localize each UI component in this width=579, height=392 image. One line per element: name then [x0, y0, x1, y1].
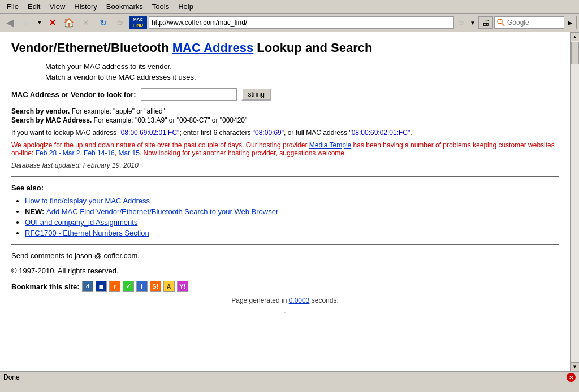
add-mac-find-link[interactable]: Add MAC Find Vendor/Ethernet/Bluetooth S… — [46, 207, 278, 216]
menu-bar: File Edit View History Bookmarks Tools H… — [0, 0, 579, 14]
menu-help[interactable]: Help — [174, 1, 198, 12]
apology-text: We apologize for the up and down nature … — [11, 141, 559, 157]
list-item: RFC1700 - Ethernet Numbers Section — [25, 229, 559, 237]
scroll-down-button[interactable]: ▼ — [571, 362, 580, 371]
divider-2 — [11, 244, 559, 245]
menu-edit[interactable]: Edit — [23, 1, 45, 12]
page-generated: Page generated in 0.0003 seconds. — [11, 297, 559, 304]
print-button[interactable]: 🖨 — [478, 16, 493, 29]
toolbar: ◀ ▶ ▼ ✕ 🏠 ✕ ↻ ☆ MAC FIND ☆ ▼ 🖨 ► — [0, 14, 579, 32]
bookmark-icon-aim[interactable]: A — [163, 281, 175, 292]
bookmark-icon-stumble[interactable]: S! — [150, 281, 161, 292]
mac-hint-bold: Search by MAC Address. — [11, 116, 92, 124]
list-item: OUI and company_id Assignments — [25, 218, 559, 227]
stop-x-button[interactable]: ✕ — [78, 15, 94, 30]
feb28-mar2-link[interactable]: Feb 28 - Mar 2 — [36, 149, 80, 157]
bookmark-icon-del[interactable]: d — [82, 281, 93, 292]
search-bar: ► — [494, 16, 577, 29]
mac-search-input[interactable] — [141, 88, 237, 101]
string-button[interactable]: string — [241, 88, 271, 101]
reload-button[interactable]: ↻ — [95, 15, 111, 30]
favorite-star-icon[interactable]: ☆ — [456, 18, 466, 27]
db-update: Database last updated: February 19, 2010 — [11, 162, 559, 169]
bookmark-section: Bookmark this site: d ■ r ✓ f S! A Y! — [11, 281, 559, 292]
vendor-hint: Search by vendor. For example: "apple" o… — [11, 107, 559, 115]
scrollbar-track[interactable] — [571, 41, 579, 362]
rfc1700-link[interactable]: RFC1700 - Ethernet Numbers Section — [25, 229, 149, 237]
apology-start: We apologize for the up and down nature … — [11, 141, 309, 149]
divider-1 — [11, 176, 559, 177]
menu-bookmarks[interactable]: Bookmarks — [102, 1, 148, 12]
bookmark-label: Bookmark this site: — [11, 282, 80, 291]
dot-marker: . — [11, 307, 559, 315]
oui-link[interactable]: OUI and company_id Assignments — [25, 218, 137, 227]
send-comments: Send comments to jason @ coffer.com. — [11, 251, 559, 260]
vendor-hint-text: For example: "apple" or "allied" — [70, 107, 165, 115]
new-badge: NEW: — [25, 207, 46, 216]
menu-view[interactable]: View — [45, 1, 70, 12]
address-bar-wrapper: MAC FIND ☆ ▼ — [129, 16, 477, 29]
content-area: Vendor/Ethernet/Bluetooth MAC Address Lo… — [0, 32, 570, 371]
dropdown-nav-button[interactable]: ▼ — [36, 15, 43, 30]
bookmark-icon-reddit[interactable]: r — [109, 281, 120, 292]
menu-tools[interactable]: Tools — [148, 1, 174, 12]
title-end: Lookup and Search — [253, 41, 372, 55]
search-form-label: MAC Address or Vendor to look for: — [11, 90, 136, 99]
vendor-hint-bold: Search by vendor. — [11, 107, 70, 115]
bookmark-icon-facebook[interactable]: f — [136, 281, 148, 292]
mar15-link[interactable]: Mar 15 — [118, 149, 139, 157]
mac-find-badge: MAC FIND — [129, 16, 147, 29]
mac-address-link[interactable]: MAC Address — [172, 41, 253, 55]
back-button[interactable]: ◀ — [2, 15, 18, 30]
bookmark-icon-yahoo[interactable]: Y! — [177, 281, 188, 292]
scroll-up-button[interactable]: ▲ — [571, 32, 580, 41]
apology-end: . Now looking for yet another hosting pr… — [140, 149, 347, 157]
status-text: Done — [3, 373, 20, 381]
feb14-16-link[interactable]: Feb 14-16 — [84, 149, 115, 157]
page-gen-end: seconds. — [309, 297, 338, 304]
search-go-button[interactable]: ► — [564, 16, 576, 29]
page-title: Vendor/Ethernet/Bluetooth MAC Address Lo… — [11, 41, 559, 55]
menu-history[interactable]: History — [70, 1, 101, 12]
bookmark-star-button[interactable]: ☆ — [112, 15, 128, 30]
page-gen-start: Page generated in — [231, 297, 288, 304]
subtitle1: Match your MAC address to its vendor. — [45, 62, 559, 71]
svg-point-0 — [498, 19, 502, 24]
mac-hint: Search by MAC Address. For example: "00:… — [11, 116, 559, 124]
copyright: © 1997-2010. All rights reserved. — [11, 267, 559, 275]
svg-line-1 — [502, 23, 504, 26]
subtitle2: Match a vendor to the MAC addresses it u… — [45, 73, 559, 81]
home-button[interactable]: 🏠 — [61, 15, 77, 30]
see-also-list: How to find/display your MAC Address NEW… — [11, 197, 559, 237]
stop-button[interactable]: ✕ — [44, 15, 60, 30]
address-input[interactable] — [149, 16, 454, 29]
lookup-info: If you want to lookup MAC address "08:00… — [11, 129, 559, 137]
scrollbar[interactable]: ▲ ▼ — [570, 32, 579, 371]
status-bar: Done ✕ — [0, 371, 579, 383]
list-item: How to find/display your MAC Address — [25, 197, 559, 205]
title-start: Vendor/Ethernet/Bluetooth — [11, 41, 172, 55]
search-icon — [497, 19, 505, 27]
bookmark-icon-digg[interactable]: ■ — [96, 281, 107, 292]
list-item: NEW: Add MAC Find Vendor/Ethernet/Blueto… — [25, 207, 559, 216]
search-form: MAC Address or Vendor to look for: strin… — [11, 88, 559, 101]
stop-status-icon[interactable]: ✕ — [569, 374, 573, 381]
bookmark-icon-green[interactable]: ✓ — [123, 281, 134, 292]
forward-button[interactable]: ▶ — [19, 15, 35, 30]
mac-address-how-link[interactable]: How to find/display your MAC Address — [25, 197, 150, 205]
mac-hint-text: For example: "00:13:A9" or "00-80-C7" or… — [92, 116, 247, 124]
gen-time-link[interactable]: 0.0003 — [289, 297, 310, 304]
search-input[interactable] — [507, 17, 564, 28]
address-dropdown-icon[interactable]: ▼ — [468, 20, 477, 26]
menu-file[interactable]: File — [2, 1, 23, 12]
browser-window: Vendor/Ethernet/Bluetooth MAC Address Lo… — [0, 32, 579, 371]
see-also-header: See also: — [11, 184, 559, 192]
media-temple-link[interactable]: Media Temple — [309, 141, 351, 149]
scrollbar-thumb[interactable] — [571, 42, 579, 64]
